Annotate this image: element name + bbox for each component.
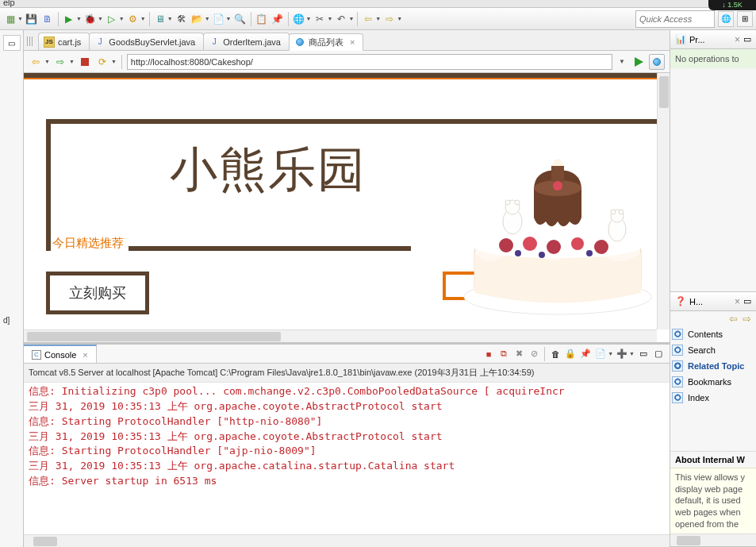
console-output[interactable]: 信息: Initializing c3p0 pool... com.mchang… xyxy=(24,383,670,534)
help-item-icon: 🞇 xyxy=(672,329,683,340)
back-button[interactable]: ⇦ xyxy=(29,55,43,69)
forward-button[interactable]: ⇨ xyxy=(53,55,67,69)
help-about-heading: About Internal W xyxy=(670,451,756,468)
run-icon[interactable]: ▶ xyxy=(62,12,76,26)
back-icon[interactable]: ⇦ xyxy=(361,12,375,26)
help-icon: ❓ xyxy=(675,296,686,306)
vertical-scrollbar[interactable] xyxy=(657,73,670,329)
console-tab[interactable]: C Console × xyxy=(24,345,97,363)
search-icon[interactable]: 🔍 xyxy=(233,12,248,26)
tab-label: 商品列表 xyxy=(309,37,343,48)
dropdown-icon[interactable]: ▼ xyxy=(17,16,23,21)
url-dropdown-icon[interactable]: ▼ xyxy=(616,58,628,65)
help-item-contents[interactable]: 🞇Contents xyxy=(670,326,756,342)
svg-point-10 xyxy=(539,252,545,258)
pin-icon[interactable]: 📌 xyxy=(271,12,285,26)
perspective-switcher-icon[interactable]: ⊞ xyxy=(737,11,753,27)
left-trim: ▭ d] xyxy=(0,30,24,547)
open-web-icon[interactable]: 🌐 xyxy=(292,12,306,26)
console-tab-label: Console xyxy=(44,350,76,360)
java-file-icon: J xyxy=(209,37,220,48)
close-icon[interactable]: × xyxy=(735,34,740,45)
pin-console-icon[interactable]: 📌 xyxy=(579,348,592,360)
help-item-search[interactable]: 🞇Search xyxy=(670,342,756,358)
open-type-icon[interactable]: 📂 xyxy=(190,12,205,26)
help-item-label: Contents xyxy=(688,329,723,339)
minimize-icon[interactable]: ▭ xyxy=(637,348,650,360)
close-icon[interactable]: × xyxy=(735,296,740,307)
view-menu-icon[interactable]: ▭ xyxy=(743,296,751,306)
minimized-view-icon[interactable]: ▭ xyxy=(3,35,21,51)
svg-point-18 xyxy=(515,200,520,205)
stop-button[interactable] xyxy=(78,55,92,69)
help-item-related-topic[interactable]: 🞇Related Topic xyxy=(670,358,756,374)
page-content[interactable]: 小熊乐园 今日精选推荐 立刻购买 xyxy=(24,73,657,329)
view-menu-icon[interactable]: ▭ xyxy=(743,34,751,44)
undo-icon[interactable]: ↶ xyxy=(334,12,348,26)
new-icon[interactable]: ▦ xyxy=(3,12,17,26)
buy-now-button[interactable]: 立刻购买 xyxy=(46,272,149,314)
save-all-icon[interactable]: 🗎 xyxy=(40,12,55,26)
editor-tab-0[interactable]: JScart.js xyxy=(38,33,90,50)
window-titlebar: elp ↓ 1.5K xyxy=(0,0,756,8)
main-toolbar-row: ▦▼ 💾 🗎 ▶▼ 🐞▼ ▷▼ ⚙▼ 🖥▼ 🛠 📂▼ 📄▼ 🔍 📋 📌 🌐▼ ✂… xyxy=(0,8,756,30)
editor-tab-3[interactable]: 商品列表× xyxy=(289,33,363,51)
go-button[interactable] xyxy=(631,55,646,69)
maximize-icon[interactable]: ▢ xyxy=(652,348,665,360)
svg-point-5 xyxy=(523,237,537,251)
help-item-icon: 🞇 xyxy=(672,360,683,372)
progress-view-tab[interactable]: 📊 Pr... × ▭ xyxy=(670,30,756,49)
quick-access-input[interactable] xyxy=(635,10,715,28)
open-console-icon[interactable]: ➕ xyxy=(616,348,628,360)
url-input[interactable] xyxy=(127,54,612,70)
tab-label: cart.js xyxy=(58,37,81,47)
open-browser-button[interactable] xyxy=(649,54,665,70)
help-item-label: Search xyxy=(688,345,716,355)
progress-body: No operations to xyxy=(670,49,756,68)
network-indicator: ↓ 1.5K xyxy=(708,0,756,10)
display-selected-icon[interactable]: 📄 xyxy=(594,348,607,360)
svg-point-4 xyxy=(499,238,513,252)
cut-icon[interactable]: ✂ xyxy=(313,12,327,26)
build-icon[interactable]: 🛠 xyxy=(175,12,189,26)
refresh-button[interactable]: ⟳ xyxy=(95,55,109,69)
terminate-icon[interactable]: ■ xyxy=(482,348,495,360)
help-list: 🞇Contents🞇Search🞇Related Topic🞇Bookmarks… xyxy=(670,326,756,406)
js-file-icon: JS xyxy=(44,37,55,48)
open-task-icon[interactable]: 📄 xyxy=(212,12,226,26)
new-server-icon[interactable]: 🖥 xyxy=(153,12,167,26)
help-back-icon[interactable]: ⇦ xyxy=(729,313,738,325)
scroll-lock-icon[interactable]: 🔒 xyxy=(564,348,577,360)
save-icon[interactable]: 💾 xyxy=(25,12,39,26)
drag-handle-icon[interactable] xyxy=(27,37,33,46)
progress-view-label: Pr... xyxy=(689,35,731,44)
close-icon[interactable]: × xyxy=(350,37,355,47)
perspective-javaee-icon[interactable]: 🌐 xyxy=(718,11,734,27)
close-icon[interactable]: × xyxy=(83,350,87,360)
help-item-label: Index xyxy=(688,393,709,403)
terminate-all-icon[interactable]: ⧉ xyxy=(497,348,510,360)
horizontal-scrollbar[interactable] xyxy=(24,329,657,342)
help-forward-icon[interactable]: ⇨ xyxy=(743,313,751,325)
run-last-icon[interactable]: ▷ xyxy=(105,12,119,26)
console-scrollbar[interactable] xyxy=(24,534,670,547)
console-toolbar: ■ ⧉ ✖ ⊘ 🗑 🔒 📌 📄▼ ➕▼ ▭ ▢ xyxy=(482,347,670,361)
help-view-tab[interactable]: ❓ H... × ▭ xyxy=(670,292,756,311)
help-scrollbar[interactable] xyxy=(670,534,756,546)
svg-point-14 xyxy=(553,181,562,191)
remove-terminated-icon[interactable]: ✖ xyxy=(512,348,525,360)
debug-icon[interactable]: 🐞 xyxy=(83,12,98,26)
toggle-breadcrumb-icon[interactable]: 📋 xyxy=(255,12,269,26)
svg-point-22 xyxy=(619,210,624,214)
help-item-index[interactable]: 🞇Index xyxy=(670,390,756,406)
svg-point-21 xyxy=(611,210,616,214)
menu-trunc: elp xyxy=(3,0,15,7)
help-item-bookmarks[interactable]: 🞇Bookmarks xyxy=(670,374,756,390)
clear-console-icon[interactable]: 🗑 xyxy=(549,348,562,360)
forward-icon[interactable]: ⇨ xyxy=(382,12,397,26)
editor-tab-2[interactable]: JOrderItem.java xyxy=(203,33,290,50)
external-tools-icon[interactable]: ⚙ xyxy=(126,12,140,26)
editor-tab-1[interactable]: JGoodsBuyServlet.java xyxy=(89,33,204,50)
remove-all-icon[interactable]: ⊘ xyxy=(528,348,540,360)
left-trim-label: d] xyxy=(3,316,10,325)
